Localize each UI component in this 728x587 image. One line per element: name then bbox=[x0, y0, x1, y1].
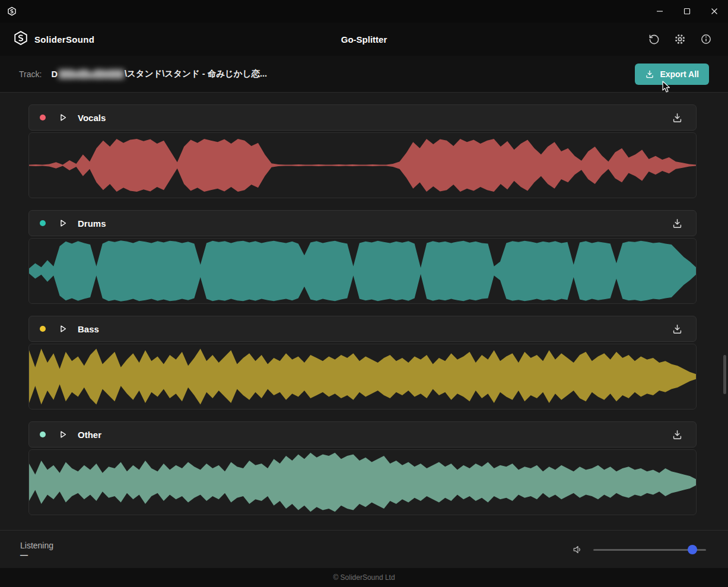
reset-button[interactable] bbox=[645, 30, 663, 48]
waveform-vocals[interactable] bbox=[28, 132, 697, 198]
maximize-button[interactable] bbox=[673, 0, 701, 23]
download-icon bbox=[672, 323, 683, 335]
track-path: D ███▆██▅██▇███ \スタンド\スタンド - 命みじかし恋... bbox=[51, 68, 267, 80]
stem-header: Bass bbox=[28, 316, 697, 342]
stem-card-bass: Bass bbox=[28, 316, 697, 410]
stems-list: Vocals Drums B bbox=[0, 93, 728, 530]
status-indicator: — bbox=[20, 552, 53, 558]
status-bar: Listening — bbox=[0, 530, 728, 568]
page-title: Go-Splitter bbox=[0, 34, 728, 45]
waveform-drums[interactable] bbox=[28, 238, 697, 304]
download-icon bbox=[645, 69, 654, 79]
stem-header: Other bbox=[28, 421, 697, 448]
stem-card-other: Other bbox=[28, 421, 697, 515]
copyright-text: © SoliderSound Ltd bbox=[333, 573, 395, 582]
download-button[interactable] bbox=[669, 321, 685, 337]
download-icon bbox=[672, 112, 683, 123]
stem-status-dot bbox=[40, 220, 46, 226]
app-logo-icon bbox=[7, 7, 17, 16]
minimize-button[interactable] bbox=[646, 0, 673, 23]
close-icon bbox=[711, 8, 718, 15]
track-label: Track: bbox=[19, 69, 42, 79]
volume-slider[interactable] bbox=[593, 545, 706, 554]
play-icon bbox=[58, 323, 68, 334]
app-header: SoliderSound Go-Splitter bbox=[0, 23, 728, 56]
download-icon bbox=[672, 429, 683, 440]
play-icon bbox=[58, 429, 68, 440]
status-text: Listening bbox=[20, 541, 53, 550]
stem-card-drums: Drums bbox=[28, 210, 697, 304]
titlebar bbox=[0, 0, 728, 23]
stem-header: Drums bbox=[28, 210, 697, 236]
settings-button[interactable] bbox=[671, 30, 689, 48]
brand-logo-icon bbox=[13, 30, 28, 48]
volume-handle[interactable] bbox=[688, 545, 697, 554]
play-icon bbox=[58, 112, 68, 123]
stem-name: Vocals bbox=[78, 113, 106, 123]
brand: SoliderSound bbox=[13, 30, 94, 48]
play-button[interactable] bbox=[55, 110, 71, 125]
maximize-icon bbox=[684, 8, 691, 15]
download-icon bbox=[672, 218, 683, 229]
track-path-suffix: \スタンド\スタンド - 命みじかし恋... bbox=[125, 68, 267, 80]
track-bar: Track: D ███▆██▅██▇███ \スタンド\スタンド - 命みじか… bbox=[0, 56, 728, 93]
reset-icon bbox=[648, 34, 660, 45]
stem-status-dot bbox=[40, 431, 46, 437]
play-button[interactable] bbox=[55, 321, 71, 337]
info-icon bbox=[700, 33, 712, 45]
stem-status-dot bbox=[40, 326, 46, 332]
stem-name: Drums bbox=[78, 218, 106, 229]
stem-status-dot bbox=[40, 115, 46, 120]
speaker-icon[interactable] bbox=[572, 544, 584, 556]
scrollbar-thumb[interactable] bbox=[723, 355, 726, 394]
stem-name: Other bbox=[78, 430, 101, 440]
track-path-prefix: D bbox=[51, 69, 57, 79]
play-button[interactable] bbox=[55, 427, 71, 442]
play-icon bbox=[58, 218, 68, 229]
info-button[interactable] bbox=[697, 30, 715, 48]
export-all-label: Export All bbox=[660, 69, 699, 79]
stem-name: Bass bbox=[78, 324, 99, 334]
footer: © SoliderSound Ltd bbox=[0, 568, 728, 587]
gear-icon bbox=[674, 33, 686, 45]
download-button[interactable] bbox=[669, 426, 685, 443]
stem-header: Vocals bbox=[28, 104, 697, 131]
brand-name: SoliderSound bbox=[34, 34, 94, 45]
track-path-redacted: ███▆██▅██▇███ bbox=[59, 69, 123, 78]
close-button[interactable] bbox=[701, 0, 728, 23]
stem-card-vocals: Vocals bbox=[28, 104, 697, 198]
download-button[interactable] bbox=[669, 215, 685, 231]
download-button[interactable] bbox=[669, 109, 685, 126]
waveform-other[interactable] bbox=[28, 449, 697, 515]
export-all-button[interactable]: Export All bbox=[635, 64, 709, 85]
minimize-icon bbox=[656, 8, 663, 15]
waveform-bass[interactable] bbox=[28, 344, 697, 410]
play-button[interactable] bbox=[55, 215, 71, 231]
